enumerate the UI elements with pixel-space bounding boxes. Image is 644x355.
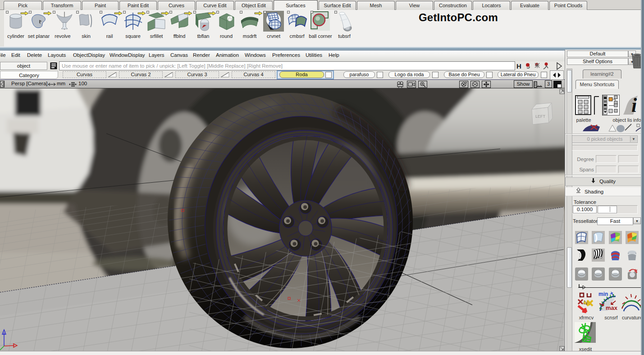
svg-text:H: H [516, 62, 521, 70]
svg-text:min: min [598, 291, 608, 297]
svg-text:i: i [631, 95, 637, 116]
svg-text:max: max [606, 304, 617, 311]
svg-text:LEFT: LEFT [535, 114, 546, 119]
